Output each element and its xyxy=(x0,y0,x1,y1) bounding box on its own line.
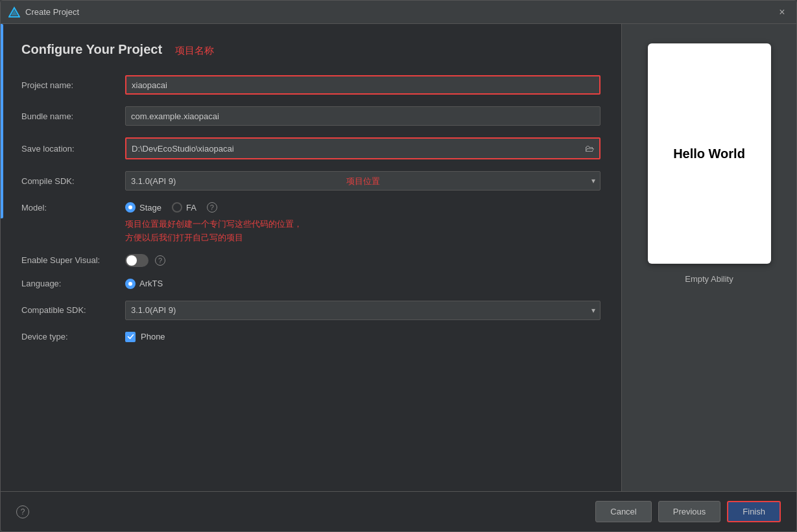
device-type-phone-item[interactable]: Phone xyxy=(125,332,165,342)
preview-phone: Hello World xyxy=(648,43,771,264)
save-location-row: Save location: 🗁 xyxy=(21,137,601,159)
save-location-field: 🗁 xyxy=(125,137,601,159)
model-row: Model: Stage FA ? xyxy=(21,202,601,213)
phone-checkbox[interactable] xyxy=(125,332,136,342)
left-panel: Configure Your Project 项目名称 Project name… xyxy=(1,24,621,491)
device-type-label: Device type: xyxy=(21,332,125,341)
toggle-controls: ? xyxy=(125,254,601,267)
section-title: Configure Your Project xyxy=(21,42,162,57)
project-name-input[interactable] xyxy=(125,75,601,95)
annotation-title: 项目名称 xyxy=(175,45,214,57)
fa-label: FA xyxy=(186,203,196,213)
model-stage-item[interactable]: Stage xyxy=(125,202,161,213)
bundle-name-label: Bundle name: xyxy=(21,111,125,121)
compatible-sdk-select[interactable]: 3.1.0(API 9) xyxy=(125,301,601,320)
model-annotation-block: 项目位置最好创建一个专门写这些代码的位置， 方便以后我们打开自己写的项目 xyxy=(125,218,601,245)
stage-radio[interactable] xyxy=(125,202,136,213)
close-button[interactable]: × xyxy=(776,6,789,18)
model-fa-item[interactable]: FA xyxy=(172,202,196,213)
folder-icon[interactable]: 🗁 xyxy=(585,143,594,154)
save-location-input[interactable] xyxy=(126,139,599,158)
device-type-row: Device type: Phone xyxy=(21,332,601,342)
language-row: Language: ArkTS xyxy=(21,279,601,289)
footer-buttons: Cancel Previous Finish xyxy=(595,501,781,522)
language-arkts-item[interactable]: ArkTS xyxy=(125,279,163,289)
finish-button[interactable]: Finish xyxy=(727,501,781,522)
title-row: Configure Your Project 项目名称 xyxy=(21,42,601,60)
accent-bar xyxy=(1,24,3,218)
create-project-dialog: Create Project × Configure Your Project … xyxy=(0,0,797,532)
title-bar: Create Project × xyxy=(1,1,796,24)
template-label: Empty Ability xyxy=(685,274,733,284)
fa-radio[interactable] xyxy=(172,202,182,213)
super-visual-toggle[interactable] xyxy=(125,254,149,267)
enable-super-visual-label: Enable Super Visual: xyxy=(21,255,125,265)
preview-hello-text: Hello World xyxy=(673,146,745,161)
compile-sdk-label: Compile SDK: xyxy=(21,176,125,186)
dialog-title: Create Project xyxy=(25,7,79,17)
phone-label: Phone xyxy=(141,332,165,341)
enable-super-visual-row: Enable Super Visual: ? xyxy=(21,254,601,267)
model-annotation-line2: 方便以后我们打开自己写的项目 xyxy=(125,231,601,245)
compile-sdk-wrapper: 3.1.0(API 9) 项目位置 ▾ xyxy=(125,171,601,191)
cancel-button[interactable]: Cancel xyxy=(595,501,651,522)
compatible-sdk-wrapper: 3.1.0(API 9) ▾ xyxy=(125,301,601,320)
dialog-body: Configure Your Project 项目名称 Project name… xyxy=(1,24,796,491)
language-label: Language: xyxy=(21,279,125,288)
footer-help-icon[interactable]: ? xyxy=(16,505,29,518)
project-name-label: Project name: xyxy=(21,80,125,90)
model-label: Model: xyxy=(21,203,125,213)
right-panel: Hello World Empty Ability xyxy=(621,24,796,491)
model-help-icon[interactable]: ? xyxy=(207,202,217,213)
dialog-footer: ? Cancel Previous Finish xyxy=(1,491,796,531)
stage-label: Stage xyxy=(139,203,161,213)
arkts-label: ArkTS xyxy=(139,279,163,288)
compatible-sdk-label: Compatible SDK: xyxy=(21,305,125,315)
save-location-label: Save location: xyxy=(21,144,125,154)
compile-sdk-select[interactable]: 3.1.0(API 9) xyxy=(125,171,601,191)
bundle-name-input[interactable] xyxy=(125,106,601,126)
project-name-row: Project name: xyxy=(21,75,601,95)
previous-button[interactable]: Previous xyxy=(658,501,721,522)
model-radio-group: Stage FA ? xyxy=(125,202,601,213)
model-annotation-line1: 项目位置最好创建一个专门写这些代码的位置， xyxy=(125,218,601,231)
bundle-name-row: Bundle name: xyxy=(21,106,601,126)
super-visual-help-icon[interactable]: ? xyxy=(155,255,165,266)
compatible-sdk-row: Compatible SDK: 3.1.0(API 9) ▾ xyxy=(21,301,601,320)
arkts-radio[interactable] xyxy=(125,279,136,289)
app-icon xyxy=(8,6,20,18)
compile-sdk-row: Compile SDK: 3.1.0(API 9) 项目位置 ▾ xyxy=(21,171,601,191)
